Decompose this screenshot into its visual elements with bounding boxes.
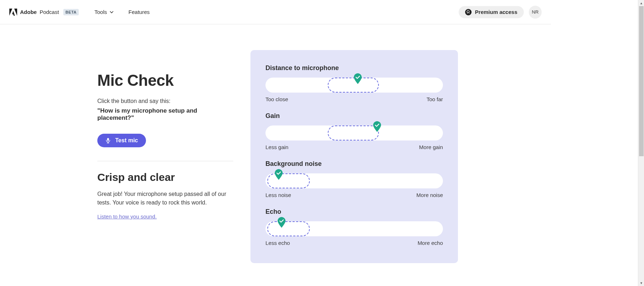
- beta-badge: BETA: [63, 9, 79, 15]
- label-high: More gain: [419, 144, 443, 150]
- header-right: Premium access NR: [459, 6, 542, 19]
- brand-group[interactable]: Adobe Podcast BETA: [9, 9, 79, 16]
- premium-label: Premium access: [475, 9, 517, 15]
- metric-distance: Distance to microphoneToo closeToo far: [265, 64, 443, 102]
- metric-title-noise: Background noise: [265, 160, 443, 168]
- result-title: Crisp and clear: [97, 171, 233, 183]
- script-text: "How is my microphone setup and placemen…: [97, 107, 233, 122]
- metrics-panel: Distance to microphoneToo closeToo farGa…: [250, 50, 458, 263]
- chevron-down-icon: [110, 10, 113, 14]
- metric-title-echo: Echo: [265, 208, 443, 216]
- metric-labels: Less noiseMore noise: [265, 192, 443, 198]
- svg-rect-0: [107, 138, 109, 141]
- label-low: Too close: [265, 96, 288, 102]
- main-nav: Tools Features: [94, 9, 150, 15]
- target-zone: [267, 221, 310, 236]
- label-low: Less noise: [265, 192, 291, 198]
- target-zone: [328, 125, 379, 140]
- microphone-icon: [105, 138, 111, 143]
- label-high: More noise: [416, 192, 443, 198]
- metric-track-gain: [265, 125, 443, 140]
- nav-tools[interactable]: Tools: [94, 9, 113, 15]
- label-low: Less gain: [265, 144, 288, 150]
- listen-link[interactable]: Listen to how you sound.: [97, 213, 157, 220]
- metric-title-distance: Distance to microphone: [265, 64, 443, 72]
- divider: [97, 161, 233, 161]
- label-low: Less echo: [265, 240, 290, 246]
- brand-name-strong: Adobe: [20, 9, 37, 15]
- nav-features-label: Features: [128, 9, 150, 15]
- check-pin-icon: [353, 73, 362, 84]
- main-content: Mic Check Click the button and say this:…: [0, 24, 551, 277]
- check-pin-icon: [277, 217, 286, 228]
- result-body: Great job! Your microphone setup passed …: [97, 190, 233, 207]
- metric-labels: Less echoMore echo: [265, 240, 443, 246]
- label-high: Too far: [426, 96, 443, 102]
- app-header: Adobe Podcast BETA Tools Features Premiu…: [0, 0, 551, 24]
- metric-noise: Background noiseLess noiseMore noise: [265, 160, 443, 198]
- nav-tools-label: Tools: [94, 9, 107, 15]
- test-mic-button[interactable]: Test mic: [97, 134, 146, 147]
- page-title: Mic Check: [97, 72, 233, 89]
- metric-echo: EchoLess echoMore echo: [265, 208, 443, 246]
- test-mic-label: Test mic: [115, 137, 138, 144]
- adobe-logo-icon: [9, 9, 17, 16]
- check-pin-icon: [274, 169, 283, 180]
- target-zone: [267, 173, 310, 188]
- brand-name-light: Podcast: [40, 9, 59, 15]
- metric-gain: GainLess gainMore gain: [265, 112, 443, 150]
- instruction-text: Click the button and say this:: [97, 98, 233, 104]
- nav-features[interactable]: Features: [128, 9, 150, 15]
- avatar[interactable]: NR: [529, 6, 542, 19]
- rocket-icon: [465, 9, 472, 15]
- metric-track-echo: [265, 221, 443, 236]
- check-pin-icon: [373, 121, 381, 132]
- avatar-initials: NR: [532, 9, 539, 15]
- label-high: More echo: [418, 240, 443, 246]
- metric-track-noise: [265, 173, 443, 188]
- metric-labels: Less gainMore gain: [265, 144, 443, 150]
- left-column: Mic Check Click the button and say this:…: [0, 50, 250, 263]
- metric-track-distance: [265, 78, 443, 93]
- metric-labels: Too closeToo far: [265, 96, 443, 102]
- premium-access-button[interactable]: Premium access: [459, 6, 524, 18]
- metric-title-gain: Gain: [265, 112, 443, 120]
